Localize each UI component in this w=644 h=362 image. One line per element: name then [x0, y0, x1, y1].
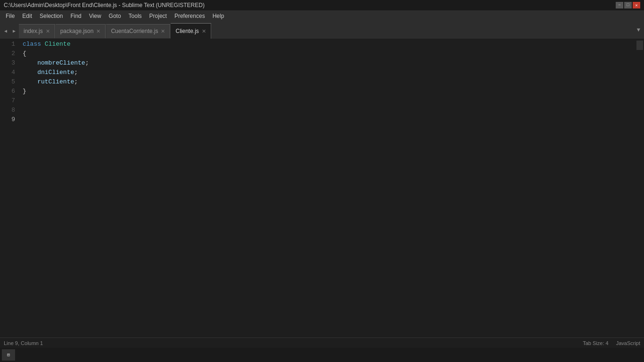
menu-edit[interactable]: Edit [18, 10, 36, 22]
tab-dropdown-button[interactable]: ▼ [637, 27, 640, 33]
line-num-4: 4 [0, 68, 15, 77]
maximize-button[interactable]: □ [624, 2, 632, 8]
code-line-1: class Cliente [23, 40, 636, 49]
minimap [636, 39, 644, 337]
tab-cuentacorriente-js[interactable]: CuentaCorriente.js ✕ [106, 24, 170, 38]
tab-close-cliente-js[interactable]: ✕ [202, 29, 206, 34]
code-line-4: nombreCliente; [23, 58, 636, 68]
line-num-7: 7 [0, 96, 15, 106]
status-bar: Line 9, Column 1 Tab Size: 4 JavaScript [0, 337, 644, 348]
tab-label-index-js: index.js [24, 28, 43, 34]
window-controls: − □ ✕ [616, 2, 640, 8]
menu-file[interactable]: File [2, 10, 18, 22]
menu-goto[interactable]: Goto [105, 10, 125, 22]
tab-close-index-js[interactable]: ✕ [46, 29, 50, 34]
tab-cliente-js[interactable]: Cliente.js ✕ [171, 23, 211, 39]
tab-nav-next[interactable]: ▶ [10, 25, 18, 37]
menu-project[interactable]: Project [146, 10, 171, 22]
menu-preferences[interactable]: Preferences [171, 10, 209, 22]
menu-bar: File Edit Selection Find View Goto Tools… [0, 10, 644, 22]
status-language: JavaScript [616, 340, 640, 346]
code-line-6: rutCliente; [23, 77, 636, 87]
line-num-1: 1 [0, 40, 15, 49]
line-num-8: 8 [0, 106, 15, 115]
line-num-5: 5 [0, 77, 15, 87]
code-line-3: { [23, 49, 636, 58]
tab-nav-prev[interactable]: ◀ [2, 25, 9, 37]
line-num-2: 2 [0, 49, 15, 58]
menu-selection[interactable]: Selection [36, 10, 66, 22]
status-tabsize: Tab Size: 4 [583, 340, 608, 346]
line-num-9: 9 [0, 115, 15, 124]
status-position: Line 9, Column 1 [4, 340, 43, 346]
title-bar: C:\Users\Admin\Desktop\Front End\Cliente… [0, 0, 644, 10]
status-right: Tab Size: 4 JavaScript [583, 340, 640, 346]
menu-tools[interactable]: Tools [125, 10, 146, 22]
tab-package-json[interactable]: package.json ✕ [56, 24, 106, 38]
code-line-8: } [23, 87, 636, 96]
tab-label-package-json: package.json [60, 28, 94, 34]
code-area[interactable]: class Cliente { nombreCliente; dniClient… [19, 39, 636, 337]
status-left: Line 9, Column 1 [4, 340, 43, 346]
code-line-5: dniCliente; [23, 68, 636, 77]
close-button[interactable]: ✕ [633, 2, 640, 8]
tab-bar: ◀ ▶ index.js ✕ package.json ✕ CuentaCorr… [0, 22, 644, 39]
editor-area: 1 2 3 4 5 6 7 8 9 class Cliente { nombre… [0, 39, 644, 337]
tab-bar-left: ◀ ▶ index.js ✕ package.json ✕ CuentaCorr… [0, 23, 214, 39]
tab-close-package-json[interactable]: ✕ [96, 29, 100, 34]
minimap-indicator [636, 41, 643, 50]
taskbar-start-button[interactable]: ⊞ [2, 349, 15, 361]
tab-index-js[interactable]: index.js ✕ [19, 24, 55, 38]
menu-view[interactable]: View [85, 10, 105, 22]
minimize-button[interactable]: − [616, 2, 623, 8]
menu-help[interactable]: Help [209, 10, 228, 22]
line-numbers: 1 2 3 4 5 6 7 8 9 [0, 39, 19, 337]
line-num-6: 6 [0, 87, 15, 96]
line-num-3: 3 [0, 58, 15, 68]
tab-label-cuentacorriente-js: CuentaCorriente.js [111, 28, 158, 34]
tab-close-cuentacorriente-js[interactable]: ✕ [161, 29, 165, 34]
menu-find[interactable]: Find [66, 10, 85, 22]
tab-label-cliente-js: Cliente.js [175, 28, 198, 34]
taskbar: ⊞ [0, 348, 644, 362]
title-text: C:\Users\Admin\Desktop\Front End\Cliente… [4, 2, 205, 8]
